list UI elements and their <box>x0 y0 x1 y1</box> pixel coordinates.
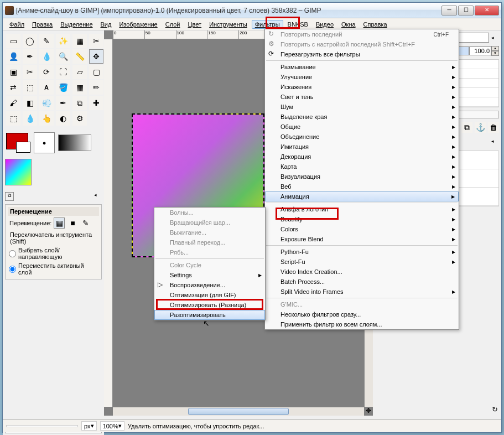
python-fu-submenu[interactable]: Python-Fu▶ <box>265 247 459 257</box>
tooloptions-menu-icon[interactable]: ◂ <box>94 192 102 201</box>
script-fu-submenu[interactable]: Script-Fu▶ <box>265 257 459 267</box>
color-picker-tool[interactable]: 💧 <box>39 49 54 64</box>
repeat-last-item[interactable]: ↻ Повторить последнийCtrl+F <box>265 29 459 39</box>
optimize-gif-item[interactable]: Оптимизация (для GIF) <box>154 290 265 300</box>
menu-help[interactable]: Справка <box>360 20 391 29</box>
perspective-tool[interactable]: ▢ <box>89 65 103 79</box>
burnin-item[interactable]: Выжигание... <box>154 227 265 237</box>
brush-indicator[interactable]: ● <box>34 132 55 153</box>
clone-tool[interactable]: ⧉ <box>72 96 87 110</box>
light-submenu[interactable]: Свет и тень▶ <box>265 92 459 102</box>
brush-tool[interactable]: 🖌 <box>6 96 20 110</box>
spinning-globe-item[interactable]: Вращающийся шар... <box>154 218 265 227</box>
menu-edit[interactable]: Правка <box>29 20 56 29</box>
move-active-radio[interactable]: Переместить активный слой <box>8 261 99 277</box>
gmic-item[interactable]: G'MIC... <box>265 299 459 309</box>
beautify-submenu[interactable]: Beautify▶ <box>265 214 459 224</box>
menu-video[interactable]: Видео <box>313 20 337 29</box>
opacity-up[interactable]: ▲ <box>491 46 499 51</box>
scissors-tool[interactable]: ✂ <box>89 34 103 48</box>
unoptimize-item[interactable]: Разоптимизировать <box>154 310 265 320</box>
colors-submenu[interactable]: Colors▶ <box>265 224 459 234</box>
edge-submenu[interactable]: Выделение края▶ <box>265 112 459 122</box>
layer-anchor-icon[interactable]: ⚓ <box>475 122 486 133</box>
move-tool[interactable]: ✥ <box>89 49 103 64</box>
gradient-indicator[interactable] <box>58 134 91 151</box>
move-path-icon[interactable]: ✎ <box>80 218 91 229</box>
blend-tool[interactable]: ▦ <box>72 80 87 95</box>
menu-windows[interactable]: Окна <box>338 20 359 29</box>
generic-submenu[interactable]: Общие▶ <box>265 122 459 132</box>
flip-tool[interactable]: ⇄ <box>6 80 20 95</box>
rect-select-tool[interactable]: ▭ <box>6 34 20 48</box>
nav-icon[interactable]: ✥ <box>364 407 373 416</box>
blur-tool[interactable]: 💧 <box>23 111 37 126</box>
enhance-submenu[interactable]: Улучшение▶ <box>265 72 459 82</box>
distort-submenu[interactable]: Искажения▶ <box>265 82 459 92</box>
exposure-submenu[interactable]: Exposure Blend▶ <box>265 234 459 244</box>
ink-tool[interactable]: ✒ <box>56 96 70 110</box>
smudge-tool[interactable]: 👆 <box>39 111 54 126</box>
split-video-submenu[interactable]: Split Video into Frames▶ <box>265 287 459 297</box>
rippling-item[interactable]: Рябь... <box>154 247 265 257</box>
bg-color[interactable] <box>16 142 30 153</box>
image-thumb[interactable] <box>5 159 32 185</box>
maximize-button[interactable]: ☐ <box>458 6 474 15</box>
gegl-tool[interactable]: ⚙ <box>72 111 87 126</box>
crop-tool[interactable]: ✂ <box>23 65 37 79</box>
blend-item[interactable]: Плавный переход... <box>154 237 265 247</box>
optimize-diff-item[interactable]: Оптимизировать (Разница) <box>154 300 265 310</box>
decor-submenu[interactable]: Декорация▶ <box>265 152 459 162</box>
web-submenu[interactable]: Веб▶ <box>265 182 459 191</box>
pick-layer-radio[interactable]: Выбрать слой/направляющую <box>8 246 99 261</box>
playback-item[interactable]: ▷Воспроизведение... <box>154 280 265 290</box>
layer-delete-icon[interactable]: 🗑 <box>488 122 499 133</box>
blur-submenu[interactable]: Размывание▶ <box>265 62 459 72</box>
multi-filters-item[interactable]: Несколько фильтров сразу... <box>265 309 459 319</box>
repeat-config-item[interactable]: ⚙ Повторить с настройкой последний Shift… <box>265 39 459 49</box>
color-cycle-item[interactable]: Color Cycle <box>154 260 265 270</box>
opacity-input[interactable] <box>469 46 491 55</box>
apply-all-layers-item[interactable]: Применить фильтр ко всем слоям... <box>265 319 459 329</box>
cage-tool[interactable]: ⬚ <box>23 80 37 95</box>
opacity-down[interactable]: ▼ <box>491 51 499 56</box>
menu-select[interactable]: Выделение <box>57 20 96 29</box>
settings-submenu[interactable]: Settings▶ <box>154 270 265 280</box>
zoom-combo[interactable]: 100% ▾ <box>100 421 124 431</box>
free-select-tool[interactable]: ✎ <box>39 34 54 48</box>
minimize-button[interactable]: ─ <box>441 6 457 15</box>
fuzzy-select-tool[interactable]: ✨ <box>56 34 70 48</box>
menu-color[interactable]: Цвет <box>184 20 205 29</box>
waves-item[interactable]: Волны... <box>154 208 265 218</box>
menu-view[interactable]: Вид <box>97 20 115 29</box>
heal-tool[interactable]: ✚ <box>89 96 103 110</box>
video-index-item[interactable]: Video Index Creation... <box>265 267 459 277</box>
alpha-logo-submenu[interactable]: Альфа в логотип▶ <box>265 204 459 214</box>
artistic-submenu[interactable]: Имитация▶ <box>265 142 459 152</box>
airbrush-tool[interactable]: 💨 <box>39 96 54 110</box>
text-tool[interactable]: A <box>39 80 54 95</box>
h-scrollbar[interactable] <box>113 407 364 416</box>
zoom-tool[interactable]: 🔍 <box>56 49 70 64</box>
batch-process-item[interactable]: Batch Process... <box>265 277 459 287</box>
tooloptions-tab-icon[interactable]: ⧉ <box>5 192 14 201</box>
fonts-menu-icon[interactable]: ◂ <box>491 138 499 147</box>
shear-tool[interactable]: ▱ <box>72 65 87 79</box>
paths-tool[interactable]: ✒ <box>23 49 37 64</box>
measure-tool[interactable]: 📏 <box>72 49 87 64</box>
bucket-tool[interactable]: 🪣 <box>56 80 70 95</box>
align-tool[interactable]: ▣ <box>6 65 20 79</box>
reload-filters-item[interactable]: ⟳ Перезагрузить все фильтры <box>265 49 459 59</box>
menu-image[interactable]: Изображение <box>116 20 160 29</box>
scale-tool[interactable]: ⛶ <box>56 65 70 79</box>
menu-bnksb[interactable]: BNKSB <box>284 20 311 29</box>
noise-submenu[interactable]: Шум▶ <box>265 102 459 112</box>
move-layer-icon[interactable]: ▦ <box>54 218 65 229</box>
eraser-tool[interactable]: ◧ <box>23 96 37 110</box>
perspective-clone-tool[interactable]: ⬚ <box>6 111 20 126</box>
animation-submenu[interactable]: Анимация▶ <box>265 191 459 201</box>
menu-tools[interactable]: Инструменты <box>206 20 251 29</box>
ellipse-select-tool[interactable]: ◯ <box>23 34 37 48</box>
render-submenu[interactable]: Визуализация▶ <box>265 172 459 182</box>
close-button[interactable]: ✕ <box>475 6 499 15</box>
